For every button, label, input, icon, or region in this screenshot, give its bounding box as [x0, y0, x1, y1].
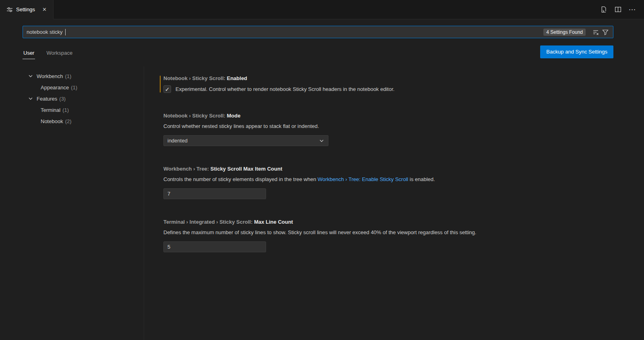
open-settings-json-icon[interactable]	[599, 5, 608, 14]
toc-item-count: (3)	[59, 96, 66, 102]
backup-sync-settings-button[interactable]: Backup and Sync Settings	[540, 45, 613, 58]
max-item-count-input[interactable]	[163, 188, 266, 199]
setting-description: Experimental. Control whether to render …	[175, 86, 394, 93]
tab-settings[interactable]: Settings ✕	[0, 0, 54, 19]
toc-item-notebook[interactable]: Notebook (2)	[0, 115, 144, 127]
toc-item-terminal[interactable]: Terminal (1)	[0, 104, 144, 115]
clear-search-filters-icon[interactable]	[591, 28, 600, 37]
settings-search-input[interactable]: notebook sticky 4 Settings Found	[23, 26, 613, 38]
setting-description: Controls the number of sticky elements d…	[163, 176, 628, 183]
setting-title: Terminal › Integrated › Sticky Scroll: M…	[163, 219, 628, 225]
mode-select-dropdown[interactable]: indented	[163, 135, 328, 146]
setting-description: Control whether nested sticky lines appe…	[163, 123, 628, 130]
setting-description: Defines the maximum number of sticky lin…	[163, 229, 628, 236]
editor-actions: ⋯	[599, 0, 644, 19]
toc-item-workbench[interactable]: Workbench (1)	[0, 70, 144, 82]
chevron-down-icon	[27, 73, 34, 79]
tab-user-settings[interactable]: User	[23, 48, 35, 59]
setting-notebook-sticky-scroll-enabled: Notebook › Sticky Scroll: Enabled ✓ Expe…	[163, 75, 628, 93]
max-line-count-input[interactable]	[163, 241, 266, 252]
related-setting-link[interactable]: Workbench › Tree: Enable Sticky Scroll	[318, 176, 408, 182]
search-query-text: notebook sticky	[27, 29, 64, 35]
settings-toc-tree: Workbench (1) Appearance (1) Features (3…	[0, 66, 144, 340]
setting-terminal-sticky-scroll-max-line-count: Terminal › Integrated › Sticky Scroll: M…	[163, 219, 628, 252]
checkbox-checked[interactable]: ✓	[163, 85, 171, 93]
settings-list: Notebook › Sticky Scroll: Enabled ✓ Expe…	[144, 66, 644, 340]
setting-notebook-sticky-scroll-mode: Notebook › Sticky Scroll: Mode Control w…	[163, 113, 628, 146]
selected-option: indented	[167, 138, 188, 144]
toc-item-features[interactable]: Features (3)	[0, 93, 144, 104]
toc-item-count: (1)	[65, 73, 72, 79]
toc-item-appearance[interactable]: Appearance (1)	[0, 82, 144, 93]
settings-editor-window: Settings ✕ ⋯ notebook sticky	[0, 0, 644, 340]
toc-item-count: (2)	[65, 118, 72, 124]
toc-item-count: (1)	[71, 84, 77, 91]
setting-title: Workbench › Tree: Sticky Scroll Max Item…	[163, 166, 628, 172]
settings-body: Workbench (1) Appearance (1) Features (3…	[0, 66, 644, 340]
chevron-down-icon	[27, 95, 34, 102]
settings-sliders-icon	[6, 6, 13, 13]
scope-row: User Workspace Backup and Sync Settings	[0, 38, 644, 59]
chevron-down-icon	[318, 138, 325, 144]
filter-settings-icon[interactable]	[601, 28, 610, 37]
more-actions-icon[interactable]: ⋯	[628, 5, 637, 14]
close-tab-icon[interactable]: ✕	[41, 6, 48, 13]
setting-title: Notebook › Sticky Scroll: Enabled	[163, 75, 628, 81]
results-count-badge: 4 Settings Found	[543, 29, 586, 36]
setting-tree-sticky-scroll-max-item-count: Workbench › Tree: Sticky Scroll Max Item…	[163, 166, 628, 199]
tab-workspace-settings[interactable]: Workspace	[45, 48, 73, 59]
split-editor-icon[interactable]	[613, 5, 622, 14]
search-row: notebook sticky 4 Settings Found	[0, 19, 644, 38]
text-cursor	[65, 29, 66, 35]
toc-item-count: (1)	[62, 107, 69, 113]
tab-title: Settings	[16, 6, 35, 12]
editor-tab-bar: Settings ✕ ⋯	[0, 0, 644, 19]
setting-title: Notebook › Sticky Scroll: Mode	[163, 113, 628, 119]
